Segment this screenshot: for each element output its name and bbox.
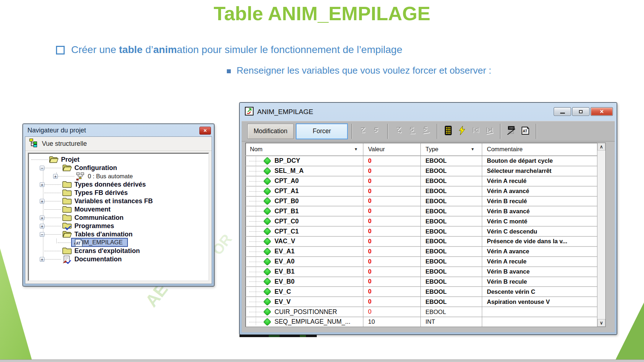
value-cell[interactable]: 0	[363, 178, 420, 185]
value-cell[interactable]: 0	[363, 308, 420, 315]
table-row-ev-c[interactable]: EV_C0EBOOLDescente vérin C	[246, 286, 605, 296]
name-cell[interactable]: CUIR_POSITIONNER	[246, 307, 363, 317]
value-cell[interactable]: 0	[363, 157, 420, 165]
value-cell[interactable]: 0	[363, 268, 420, 275]
name-cell[interactable]: CPT_A0	[246, 176, 363, 186]
name-cell[interactable]: EV_C	[246, 287, 363, 296]
value-cell[interactable]: 0	[363, 238, 420, 245]
tree-item-configuration[interactable]: −Configuration	[29, 164, 208, 172]
collapse-minus-icon[interactable]: −	[40, 166, 44, 170]
expand-plus-icon[interactable]: +	[40, 199, 44, 204]
restore-button[interactable]	[572, 107, 589, 116]
name-cell[interactable]: VAC_V	[246, 237, 363, 246]
value-cell[interactable]: 0	[363, 248, 420, 255]
minimize-button[interactable]	[554, 107, 571, 116]
name-cell[interactable]: CPT_B1	[246, 206, 363, 216]
table-row-ev-v[interactable]: EV_V0EBOOLAspiration ventouse V	[246, 296, 605, 306]
name-cell[interactable]: SEQ_EMPILAGE_NUM_...	[246, 317, 363, 327]
name-cell[interactable]: EV_A0	[246, 257, 363, 266]
toolbar-separator	[536, 124, 537, 139]
scroll-down-button[interactable]: ∨	[597, 319, 605, 327]
value-cell[interactable]: 0	[363, 167, 420, 175]
value-cell[interactable]: 0	[363, 258, 420, 265]
name-cell[interactable]: SEL_M_A	[246, 166, 363, 176]
close-button[interactable]: ✕	[199, 127, 211, 135]
folder-icon	[62, 205, 72, 213]
table-row-sel-m-a[interactable]: SEL_M_A0EBOOLSélecteur marche/arrêt	[246, 166, 605, 176]
tree-item-ecrans-d-exploitation[interactable]: Ecrans d'exploitation	[29, 247, 208, 255]
table-row-bp-dcy[interactable]: BP_DCY0EBOOLBouton de départ cycle	[246, 156, 605, 166]
selected-item-highlight[interactable]: ATANIM_EMPILAGE	[71, 238, 128, 247]
tree-item-anim-empilage[interactable]: ATANIM_EMPILAGE	[29, 239, 208, 247]
sort-arrow-icon[interactable]: ▼	[471, 147, 475, 151]
tree-item-projet[interactable]: Projet	[29, 156, 208, 164]
column-header-valeur[interactable]: Valeur	[363, 143, 420, 155]
name-cell[interactable]: CPT_C1	[246, 227, 363, 236]
forcer-button[interactable]: Forcer	[296, 123, 348, 139]
name-cell[interactable]: CPT_B0	[246, 197, 363, 206]
table-row-cpt-b1[interactable]: CPT_B10EBOOLVérin B avancé	[246, 206, 605, 216]
column-header-nom[interactable]: Nom ▼	[246, 143, 363, 155]
animation-table-button[interactable]: AT	[518, 125, 532, 138]
tree-item-types-fb-d-riv-s[interactable]: Types FB dérivés	[29, 189, 208, 197]
vertical-scrollbar[interactable]: ∧ ∨	[597, 143, 605, 327]
refresh-button[interactable]	[455, 125, 469, 138]
table-row-vac-v[interactable]: VAC_V0EBOOLPrésence de vide dans la v...	[246, 236, 605, 246]
tree-item-programmes[interactable]: +Programmes	[29, 222, 208, 230]
modification-button[interactable]: Modification	[247, 124, 294, 139]
scroll-up-button[interactable]: ∧	[597, 143, 605, 151]
expand-plus-icon[interactable]: +	[40, 257, 44, 262]
name-cell[interactable]: EV_A1	[246, 247, 363, 256]
expand-plus-icon[interactable]: +	[53, 174, 58, 179]
name-cell[interactable]: BP_DCY	[246, 156, 363, 166]
variable-name: CPT_B1	[275, 208, 299, 215]
table-row-cpt-c0[interactable]: CPT_C00EBOOLVérin C monté	[246, 216, 605, 226]
tree-item-mouvement[interactable]: Mouvement	[29, 205, 208, 214]
column-header-type[interactable]: Type ▼	[420, 143, 482, 155]
tree-item-documentation[interactable]: +Documentation	[29, 255, 208, 263]
tree-item-communication[interactable]: +Communication	[29, 214, 208, 222]
table-grid-button[interactable]	[441, 125, 455, 138]
tree-item-0-bus-automate[interactable]: +0 : Bus automate	[29, 172, 208, 180]
name-cell[interactable]: EV_B0	[246, 277, 363, 287]
value-cell[interactable]: 0	[363, 288, 420, 295]
name-cell[interactable]: EV_V	[246, 297, 363, 306]
value-cell[interactable]: 0	[363, 197, 420, 205]
table-row-ev-a1[interactable]: EV_A10EBOOLVérin A avance	[246, 246, 605, 256]
comment-cell: Vérin C monté	[482, 218, 597, 225]
table-row-cpt-a0[interactable]: CPT_A00EBOOLVérin A reculé	[246, 176, 605, 186]
column-header-commentaire[interactable]: Commentaire	[482, 143, 597, 155]
value-cell[interactable]: 0	[363, 218, 420, 225]
expand-plus-icon[interactable]: +	[40, 215, 44, 220]
at-doc-icon: AT	[74, 239, 83, 247]
tree-item-types-donn-es-d-riv-s[interactable]: +Types données dérivés	[29, 180, 208, 189]
collapse-minus-icon[interactable]: −	[40, 232, 44, 237]
value-cell[interactable]: 0	[363, 188, 420, 195]
value-cell[interactable]: 10	[363, 318, 420, 326]
table-row-cpt-a1[interactable]: CPT_A10EBOOLVérin A avancé	[246, 186, 605, 196]
table-row-ev-b0[interactable]: EV_B00EBOOLVérin B recule	[246, 276, 605, 287]
modify-display-button[interactable]	[505, 125, 518, 138]
navigator-titlebar[interactable]: Navigateur du projet	[23, 124, 214, 136]
expand-plus-icon[interactable]: +	[40, 182, 44, 187]
value-cell[interactable]: 0	[363, 278, 420, 285]
table-row-seq-empilage-num-[interactable]: SEQ_EMPILAGE_NUM_...10INT	[246, 317, 605, 327]
name-cell[interactable]: EV_B1	[246, 267, 363, 276]
expand-plus-icon[interactable]: +	[40, 224, 44, 228]
name-cell[interactable]: CPT_C0	[246, 217, 363, 226]
type-cell: EBOOL	[420, 188, 482, 195]
tree-item-variables-et-instances-fb[interactable]: +Variables et instances FB	[29, 197, 208, 205]
close-button[interactable]: ✕	[591, 107, 613, 116]
table-row-cpt-b0[interactable]: CPT_B00EBOOLVérin B reculé	[246, 196, 605, 206]
value-cell[interactable]: 0	[363, 298, 420, 305]
table-row-cpt-c1[interactable]: CPT_C10EBOOLVérin C descendu	[246, 226, 605, 236]
tree-item-tables-d-animation[interactable]: −Tables d'animation	[29, 230, 208, 239]
sort-arrow-icon[interactable]: ▼	[354, 147, 358, 151]
table-row-cuir-positionner[interactable]: CUIR_POSITIONNER0EBOOL	[246, 306, 605, 317]
value-cell[interactable]: 0	[363, 228, 420, 235]
table-row-ev-b1[interactable]: EV_B10EBOOLVérin B avance	[246, 266, 605, 276]
structural-view-bar[interactable]: Vue structurelle	[25, 137, 212, 151]
table-row-ev-a0[interactable]: EV_A00EBOOLVérin A recule	[246, 256, 605, 266]
value-cell[interactable]: 0	[363, 208, 420, 215]
name-cell[interactable]: CPT_A1	[246, 187, 363, 196]
